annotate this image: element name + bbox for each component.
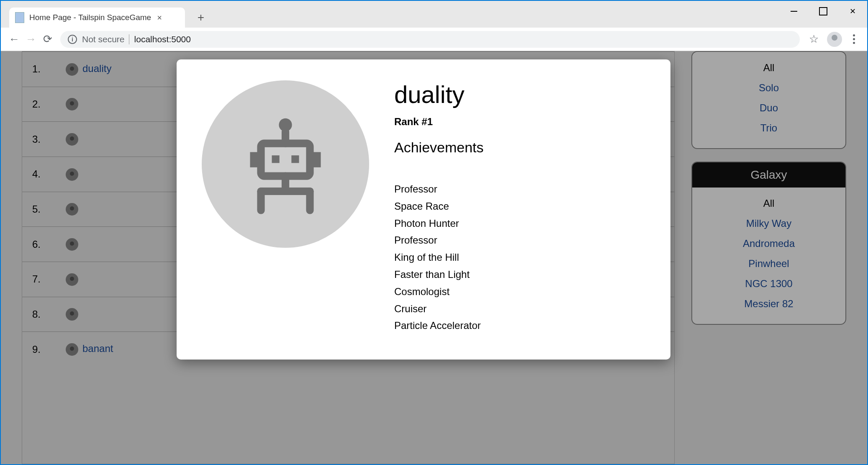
close-window-button[interactable]: ✕ xyxy=(838,1,867,22)
browser-tab[interactable]: Home Page - Tailspin SpaceGame × xyxy=(9,8,185,28)
tab-close-icon[interactable]: × xyxy=(157,13,162,23)
achievement-item: Photon Hunter xyxy=(394,215,645,232)
new-tab-button[interactable]: + xyxy=(193,9,209,26)
achievement-item: Faster than Light xyxy=(394,266,645,283)
browser-toolbar: ← → ⟳ i Not secure localhost:5000 ☆ xyxy=(1,28,867,51)
minimize-button[interactable] xyxy=(779,1,809,22)
url-text: localhost:5000 xyxy=(134,34,191,44)
browser-window: Home Page - Tailspin SpaceGame × + ✕ ← →… xyxy=(0,0,868,465)
player-avatar xyxy=(202,80,369,248)
achievement-item: Cosmologist xyxy=(394,283,645,301)
profile-details: duality Rank #1 Achievements ProfessorSp… xyxy=(394,80,645,334)
window-controls: ✕ xyxy=(779,1,867,22)
reload-button[interactable]: ⟳ xyxy=(39,31,56,48)
player-rank: Rank #1 xyxy=(394,116,645,128)
favicon-icon xyxy=(15,12,24,23)
bookmark-star-icon[interactable]: ☆ xyxy=(809,33,819,46)
svg-rect-5 xyxy=(272,155,280,163)
back-button[interactable]: ← xyxy=(6,31,23,48)
robot-icon xyxy=(231,110,340,218)
svg-rect-4 xyxy=(310,152,321,167)
achievement-item: Professor xyxy=(394,181,645,198)
tab-title: Home Page - Tailspin SpaceGame xyxy=(29,13,151,22)
titlebar: Home Page - Tailspin SpaceGame × + ✕ xyxy=(1,1,867,28)
svg-rect-6 xyxy=(291,155,299,163)
maximize-button[interactable] xyxy=(809,1,838,22)
achievement-item: Space Race xyxy=(394,198,645,215)
svg-rect-2 xyxy=(261,144,310,176)
achievements-heading: Achievements xyxy=(394,139,645,156)
achievement-item: Particle Accelerator xyxy=(394,317,645,334)
addr-divider xyxy=(129,34,129,44)
achievement-item: King of the Hill xyxy=(394,249,645,266)
achievements-list: ProfessorSpace RacePhoton HunterProfesso… xyxy=(394,181,645,334)
achievement-item: Cruiser xyxy=(394,301,645,318)
browser-menu-button[interactable] xyxy=(845,34,862,44)
profile-avatar-button[interactable] xyxy=(827,32,842,47)
player-profile-modal: duality Rank #1 Achievements ProfessorSp… xyxy=(177,59,670,360)
site-info-icon[interactable]: i xyxy=(68,35,77,44)
svg-rect-3 xyxy=(250,152,261,167)
address-bar[interactable]: i Not secure localhost:5000 xyxy=(60,31,800,48)
not-secure-label: Not secure xyxy=(82,34,125,44)
page-viewport: 1.dualitySoloMilky Way999,9992.3.4.5.6.7… xyxy=(1,51,867,464)
achievement-item: Professor xyxy=(394,232,645,249)
player-username: duality xyxy=(394,80,645,108)
forward-button[interactable]: → xyxy=(23,31,39,48)
